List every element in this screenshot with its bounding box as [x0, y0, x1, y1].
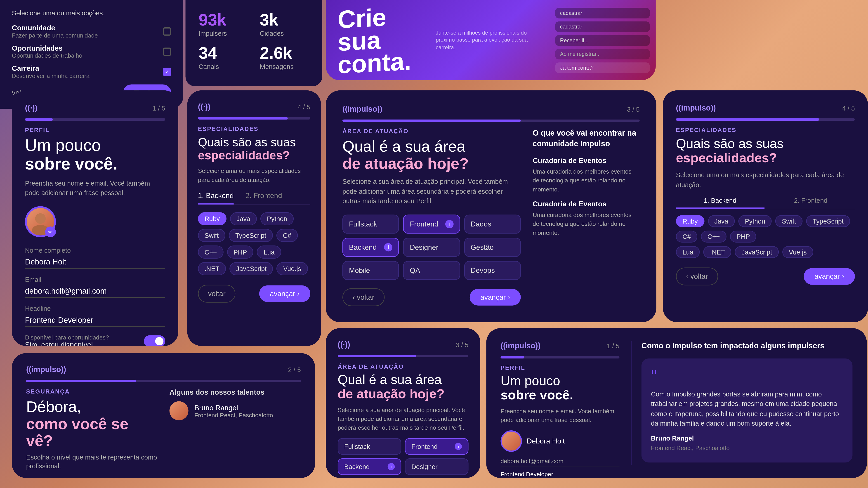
tag-ruby[interactable]: Ruby [198, 212, 226, 225]
esp-right-tag-cpp[interactable]: C++ [701, 231, 726, 243]
talent-role-1: Frontend React, Paschoalotto [194, 411, 273, 418]
tag-javascript[interactable]: JavaScript [229, 262, 273, 275]
hero-subtitle: Junte-se a milhões de profissionais do p… [436, 29, 543, 51]
name-field: Nome completo [25, 246, 165, 268]
esp-right-back-button[interactable]: ‹ voltar [676, 268, 718, 285]
option-oportunidades-sub: Oportunidades de trabalho [12, 52, 82, 59]
headline-label: Headline [25, 305, 165, 312]
tag-lua[interactable]: Lua [257, 245, 281, 258]
tag-swift[interactable]: Swift [198, 229, 225, 242]
esp-tabs: 1. Backend 2. Frontend [198, 191, 310, 205]
esp-right-next-button[interactable]: avançar › [804, 268, 855, 285]
especialidades-mid-card: ((·)) 4 / 5 ESPECIALIDADES Quais são as … [187, 90, 321, 346]
seg-heading: Débora, como você se vê? [26, 398, 158, 449]
perfil-heading: Um pouco sobre você. [25, 137, 165, 173]
area-main-back-button[interactable]: ‹ voltar [342, 288, 384, 306]
esp-right-tag-lua[interactable]: Lua [676, 246, 700, 258]
area-main-next-button[interactable]: avançar › [470, 288, 521, 305]
area-bottom-subtext: Selecione a sua área de atuação principa… [338, 406, 469, 432]
area-bottom-frontend[interactable]: Frontend i [405, 438, 468, 455]
perfil-bottom-logo: ((impulso)) [500, 341, 540, 350]
tag-cpp[interactable]: C++ [198, 245, 223, 258]
esp-right-tag-csharp[interactable]: C# [676, 231, 698, 243]
side-curadoria-2: Curadoria de Eventos Uma curadoria dos m… [532, 200, 640, 238]
option-carreira-sub: Desenvolver a minha carreira [12, 72, 90, 79]
esp-right-tag-php[interactable]: PHP [730, 231, 756, 243]
side-curadoria-2-title: Curadoria de Eventos [532, 200, 640, 208]
seguranca-card: ((impulso)) 2 / 5 SEGURANÇA Débora, como… [12, 353, 315, 478]
area-bottom-heading: Qual é a sua área de atuação hoje? [338, 373, 469, 401]
esp-right-tag-python[interactable]: Python [738, 215, 772, 227]
talent-avatar-1 [169, 401, 188, 420]
email-label: Email [25, 276, 165, 283]
esp-mid-next-button[interactable]: avançar › [259, 285, 310, 302]
area-qa[interactable]: QA [403, 261, 460, 280]
option-comunidade-label: Comunidade [12, 24, 98, 32]
esp-right-tag-java[interactable]: Java [708, 215, 735, 227]
tag-csharp[interactable]: C# [276, 229, 298, 242]
area-main-logo: ((impulso)) [342, 105, 382, 114]
stat-cidades: 3k Cidades [260, 11, 309, 37]
area-devops[interactable]: Devops [464, 261, 521, 280]
esp-right-tag-net[interactable]: .NET [704, 246, 732, 258]
option-carreira[interactable]: Carreira Desenvolver a minha carreira ✓ [12, 64, 171, 79]
esp-right-tag-vuejs[interactable]: Vue.js [782, 246, 813, 258]
esp-right-tag-typescript[interactable]: TypeScript [806, 215, 850, 227]
area-gestao[interactable]: Gestão [464, 238, 521, 256]
hero-tag-4: Ao me registrar... [555, 49, 650, 59]
area-designer[interactable]: Designer [403, 238, 460, 256]
svg-point-0 [35, 213, 46, 224]
col-frontend-label[interactable]: 2. Frontend [767, 197, 855, 209]
avatar-edit-button[interactable]: ✏ [45, 226, 56, 237]
area-dados[interactable]: Dados [464, 214, 521, 234]
area-bottom-designer[interactable]: Designer [405, 459, 468, 475]
tag-net[interactable]: .NET [198, 262, 226, 275]
option-comunidade[interactable]: Comunidade Fazer parte de uma comunidade [12, 24, 171, 39]
stats-card: 93k Impulsers 3k Cidades 34 Canais 2.6k … [186, 0, 322, 86]
side-curadoria-2-desc: Uma curadoria dos melhores eventos de te… [532, 211, 640, 237]
col-backend-label[interactable]: 1. Backend [676, 197, 764, 209]
especialidades-right-card: ((impulso)) 4 / 5 ESPECIALIDADES Quais s… [663, 90, 868, 322]
tag-python[interactable]: Python [260, 212, 294, 225]
side-curadoria-1-title: Curadoria de Eventos [532, 157, 640, 165]
disponivel-toggle[interactable] [144, 335, 165, 346]
area-backend[interactable]: Backend i [342, 238, 399, 256]
disponivel-value: Sim, estou disponível. [25, 340, 109, 346]
tag-java[interactable]: Java [230, 212, 257, 225]
hero-tag-2: cadastrar [555, 21, 650, 32]
stat-cidades-number: 3k [260, 11, 309, 30]
email-input[interactable] [25, 284, 165, 298]
hero-tag-5[interactable]: Já tem conta? [555, 62, 650, 73]
option-oportunidades-checkbox[interactable] [163, 47, 171, 56]
name-input[interactable] [25, 255, 165, 269]
area-bottom-fullstack[interactable]: Fullstack [338, 438, 401, 455]
stat-impulsos: 93k Impulsers [198, 11, 248, 37]
hero-card: Crie sua conta. Junte-se a milhões de pr… [326, 0, 656, 80]
tab-backend[interactable]: 1. Backend [198, 191, 234, 205]
area-frontend[interactable]: Frontend i [403, 214, 460, 234]
perfil-bottom-card: ((impulso)) 1 / 5 PERFIL Um pouco sobre … [486, 328, 867, 478]
area-mobile[interactable]: Mobile [342, 261, 399, 280]
quote-author: Bruno Rangel [651, 433, 843, 444]
headline-input[interactable] [25, 314, 165, 327]
name-label: Nome completo [25, 246, 165, 254]
esp-right-tag-javascript[interactable]: JavaScript [735, 246, 779, 258]
area-main-step: 3 / 5 [627, 105, 640, 113]
area-bottom-section-label: ÁREA DE ATUAÇÃO [338, 363, 469, 370]
tab-frontend[interactable]: 2. Frontend [246, 191, 282, 205]
tag-php[interactable]: PHP [227, 245, 253, 258]
option-comunidade-checkbox[interactable] [163, 27, 171, 35]
area-bottom-backend[interactable]: Backend i [338, 459, 401, 475]
area-main-heading: Qual é a sua área de atuação hoje? [342, 138, 521, 172]
area-fullstack[interactable]: Fullstack [342, 214, 399, 234]
option-oportunidades[interactable]: Oportunidades Oportunidades de trabalho [12, 44, 171, 59]
esp-right-tag-swift[interactable]: Swift [775, 215, 803, 227]
esp-mid-back-button[interactable]: voltar [198, 285, 236, 303]
esp-right-tag-ruby[interactable]: Ruby [676, 215, 704, 227]
tag-vuejs[interactable]: Vue.js [277, 262, 308, 275]
perfil-subtext: Preencha seu nome e email. Você também p… [25, 178, 165, 198]
option-carreira-checkbox[interactable]: ✓ [163, 68, 171, 76]
talent-info-1: Bruno Rangel Frontend React, Paschoalott… [194, 403, 273, 418]
perfil-bottom-subtext: Preencha seu nome e email. Você também p… [500, 407, 619, 425]
tag-typescript[interactable]: TypeScript [229, 229, 273, 242]
